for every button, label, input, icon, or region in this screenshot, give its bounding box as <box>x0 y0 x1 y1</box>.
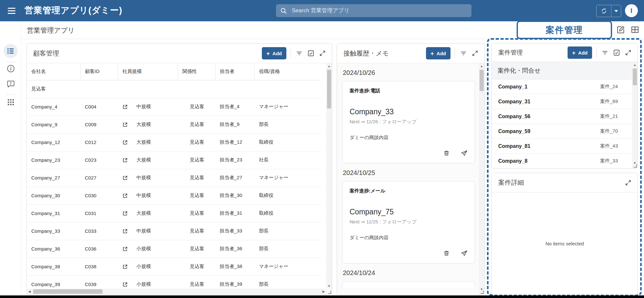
customers-add-button[interactable]: + Add <box>262 47 286 59</box>
contacts-panel: 接触履歴・メモ + Add 2024/10/26 案件進捗:電話 Company… <box>337 43 485 295</box>
external-link-icon[interactable] <box>122 175 128 181</box>
resize-grip[interactable] <box>328 291 331 294</box>
external-link-icon[interactable] <box>122 282 128 287</box>
expand-icon[interactable] <box>318 49 327 57</box>
column-header[interactable]: 関係性 <box>178 63 215 80</box>
scroll-down-arrow[interactable]: ▼ <box>326 283 332 289</box>
table-row[interactable]: Company_27C027 中規模 見込客担当者_27マネージャー <box>27 169 321 187</box>
scroll-up-arrow[interactable]: ▲ <box>479 63 484 69</box>
column-header[interactable]: 顧客ID <box>80 63 118 80</box>
table-header-row: 会社名 顧客ID 社員規模 関係性 担当者 役職/資格 <box>27 63 321 80</box>
external-link-icon[interactable] <box>122 246 128 252</box>
customers-panel-title: 顧客管理 <box>33 49 262 58</box>
contact-company: Company_75 <box>350 208 468 216</box>
scroll-left-arrow[interactable]: ◀ <box>27 289 32 294</box>
send-icon[interactable] <box>461 250 468 258</box>
external-link-icon[interactable] <box>122 157 128 163</box>
edit-page-icon[interactable] <box>616 25 625 36</box>
external-link-icon[interactable] <box>122 264 128 270</box>
table-row[interactable]: Company_9C009 大規模 見込客担当者_9部長 <box>27 116 321 133</box>
table-group-row: 見込客 <box>27 80 321 98</box>
contacts-add-button[interactable]: + Add <box>426 47 451 59</box>
sidebar-item-list[interactable] <box>0 44 21 58</box>
expand-icon[interactable] <box>471 49 479 57</box>
case-row[interactable]: Company_1案件_24 <box>492 79 632 94</box>
scrollbar-thumb[interactable] <box>33 289 103 294</box>
hamburger-menu-icon[interactable] <box>5 4 19 17</box>
scroll-right-arrow[interactable]: ▶ <box>321 289 326 294</box>
case-row[interactable]: Company_8案件_33 <box>492 154 632 169</box>
user-avatar[interactable]: I <box>625 4 638 17</box>
case-row[interactable]: Company_31案件_69 <box>492 94 632 109</box>
page-title: 営業管理アプリ <box>27 26 74 35</box>
scrollbar-thumb[interactable] <box>327 70 331 108</box>
highlight-label: 案件管理 <box>517 21 612 39</box>
select-checkbox-icon[interactable] <box>612 48 621 57</box>
sidebar-item-apps[interactable] <box>0 98 21 106</box>
filter-icon[interactable] <box>459 49 468 57</box>
filter-icon[interactable] <box>601 48 609 57</box>
column-header[interactable]: 社員規模 <box>118 63 178 80</box>
vertical-scrollbar[interactable]: ▲ ▼ <box>632 62 638 168</box>
table-row[interactable]: Company_36C036 小規模 見込客担当者_36部長 <box>27 240 321 258</box>
contact-card[interactable]: 案件進捗:メール Company_75 Next ⇒ 11/25 : フォローア… <box>342 181 475 263</box>
filter-icon[interactable] <box>295 49 303 57</box>
scrollbar-thumb[interactable] <box>633 68 637 85</box>
contact-next-action: Next ⇒ 11/25 : フォローアップ <box>350 219 468 225</box>
cases-add-button[interactable]: + Add <box>568 46 592 59</box>
header-divider <box>455 48 455 58</box>
table-row[interactable]: Company_38C038 小規模 見込客担当者_38マネージャー <box>27 258 321 275</box>
expand-icon[interactable] <box>624 179 632 187</box>
active-item-background <box>4 44 18 58</box>
external-link-icon[interactable] <box>122 228 128 234</box>
external-link-icon[interactable] <box>122 122 128 128</box>
external-link-icon[interactable] <box>122 104 128 110</box>
trash-icon[interactable] <box>443 250 450 258</box>
cases-panel-header: 案件管理 + Add <box>492 44 638 62</box>
sidebar-item-feedback[interactable] <box>0 79 21 88</box>
grid-view-icon[interactable] <box>630 25 639 36</box>
external-link-icon[interactable] <box>122 139 128 145</box>
table-row[interactable]: Company_30C030 中規模 見込客担当者_30取締役 <box>27 187 321 204</box>
expand-icon[interactable] <box>624 48 632 57</box>
table-row[interactable]: Company_23C023 大規模 見込客担当者_23社長 <box>27 151 321 169</box>
external-link-icon[interactable] <box>122 193 128 199</box>
sync-icon[interactable] <box>597 5 611 17</box>
resize-grip[interactable] <box>481 291 484 294</box>
contacts-panel-title: 接触履歴・メモ <box>343 49 426 58</box>
horizontal-scrollbar[interactable]: ◀ ▶ <box>27 289 326 294</box>
sync-dropdown-button[interactable] <box>611 5 621 17</box>
scroll-up-arrow[interactable]: ▲ <box>632 62 638 67</box>
column-header[interactable]: 会社名 <box>27 63 80 80</box>
table-row[interactable]: Company_12C012 大規模 見込客担当者_12取締役 <box>27 133 321 151</box>
vertical-scrollbar[interactable]: ▲ ▼ <box>479 63 484 294</box>
sidebar-divider <box>6 95 15 95</box>
sync-button-group <box>596 5 621 17</box>
table-row[interactable]: Company_4C004 中規模 見込客担当者_4マネージャー <box>27 98 321 116</box>
search-input[interactable] <box>292 7 467 14</box>
case-row[interactable]: Company_81案件_43 <box>492 139 632 154</box>
plus-icon: + <box>572 50 576 56</box>
case-row[interactable]: Company_59案件_70 <box>492 124 632 139</box>
scrollbar-thumb[interactable] <box>480 70 484 91</box>
contact-next-action: Next ⇒ 11/26 : フォローアップ <box>350 119 468 125</box>
vertical-scrollbar[interactable]: ▲ ▼ <box>326 63 332 289</box>
scroll-up-arrow[interactable]: ▲ <box>326 63 332 69</box>
table-row[interactable]: Company_31C031 大規模 見込客担当者_31取締役 <box>27 204 321 222</box>
send-icon[interactable] <box>461 150 468 158</box>
select-checkbox-icon[interactable] <box>307 49 315 57</box>
contact-card[interactable] <box>342 281 475 288</box>
table-row[interactable]: Company_33C033 中規模 見込客担当者_33部長 <box>27 222 321 240</box>
contact-card[interactable]: 案件進捗:電話 Company_33 Next ⇒ 11/26 : フォローアッ… <box>342 81 475 163</box>
global-search[interactable] <box>276 4 471 17</box>
info-icon <box>6 64 15 73</box>
external-link-icon[interactable] <box>122 211 128 216</box>
column-header[interactable]: 担当者 <box>215 63 254 80</box>
case-row[interactable]: Company_56案件_21 <box>492 109 632 124</box>
cases-list-area: 案件化・問合せ Company_1案件_24 Company_31案件_69 C… <box>492 62 638 168</box>
trash-icon[interactable] <box>443 150 450 158</box>
sidebar-item-info[interactable] <box>0 64 21 73</box>
column-header[interactable]: 役職/資格 <box>254 63 321 80</box>
app-window: 営業管理アプリ(ダミー) I <box>0 0 644 298</box>
resize-grip[interactable] <box>634 164 637 168</box>
